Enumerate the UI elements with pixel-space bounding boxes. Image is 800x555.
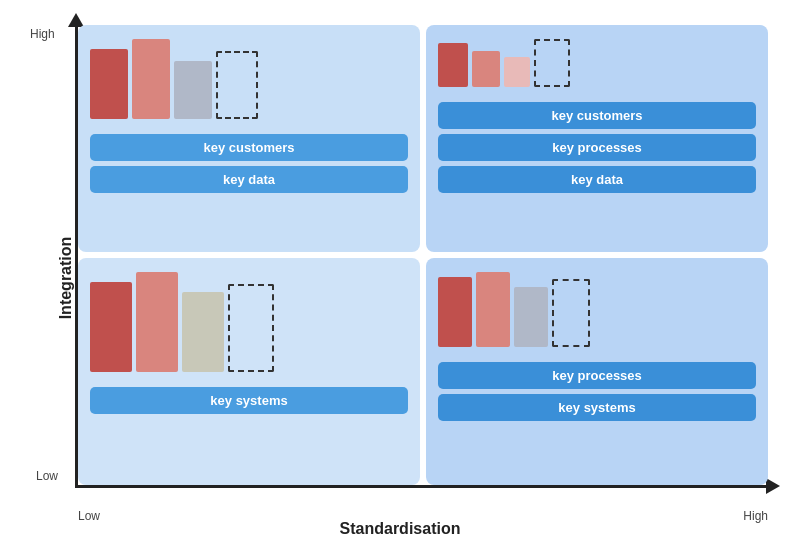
quadrant-bottom-left: key systems xyxy=(78,258,420,485)
x-axis-title: Standardisation xyxy=(340,520,461,538)
bar-bl-3 xyxy=(182,292,224,372)
bar-group-tr xyxy=(438,39,570,87)
br-label-systems: key systems xyxy=(438,394,756,421)
bar-group-bl xyxy=(90,272,274,372)
quadrant-grid: key customers key data key customers key… xyxy=(78,25,768,485)
br-label-processes: key processes xyxy=(438,362,756,389)
tl-label-customers: key customers xyxy=(90,134,408,161)
bar-bl-1 xyxy=(90,282,132,372)
bar-tl-2 xyxy=(132,39,170,119)
tr-label-data: key data xyxy=(438,166,756,193)
quadrant-bottom-right: key processes key systems xyxy=(426,258,768,485)
bar-group-br xyxy=(438,272,590,347)
y-axis-low-label: Low xyxy=(36,469,58,483)
y-axis-high-label: High xyxy=(30,27,55,41)
bar-bl-dashed xyxy=(228,284,274,372)
tr-label-processes: key processes xyxy=(438,134,756,161)
quadrant-top-right: key customers key processes key data xyxy=(426,25,768,252)
bar-br-3 xyxy=(514,287,548,347)
x-axis xyxy=(75,485,770,488)
bar-tr-2 xyxy=(472,51,500,87)
bar-bl-2 xyxy=(136,272,178,372)
quadrant-top-left: key customers key data xyxy=(78,25,420,252)
tl-label-data: key data xyxy=(90,166,408,193)
bar-tr-1 xyxy=(438,43,468,87)
bar-tl-1 xyxy=(90,49,128,119)
bar-br-2 xyxy=(476,272,510,347)
bl-label-systems: key systems xyxy=(90,387,408,414)
bar-br-1 xyxy=(438,277,472,347)
bar-br-dashed xyxy=(552,279,590,347)
bar-tr-dashed xyxy=(534,39,570,87)
x-axis-low-label: Low xyxy=(78,509,100,523)
bar-group-tl xyxy=(90,39,258,119)
tr-label-customers: key customers xyxy=(438,102,756,129)
x-axis-high-label: High xyxy=(743,509,768,523)
chart-container: High Low Integration Low High Standardis… xyxy=(20,13,780,543)
y-axis-title: Integration xyxy=(57,236,75,319)
bar-tl-dashed xyxy=(216,51,258,119)
bar-tr-3 xyxy=(504,57,530,87)
bar-tl-3 xyxy=(174,61,212,119)
